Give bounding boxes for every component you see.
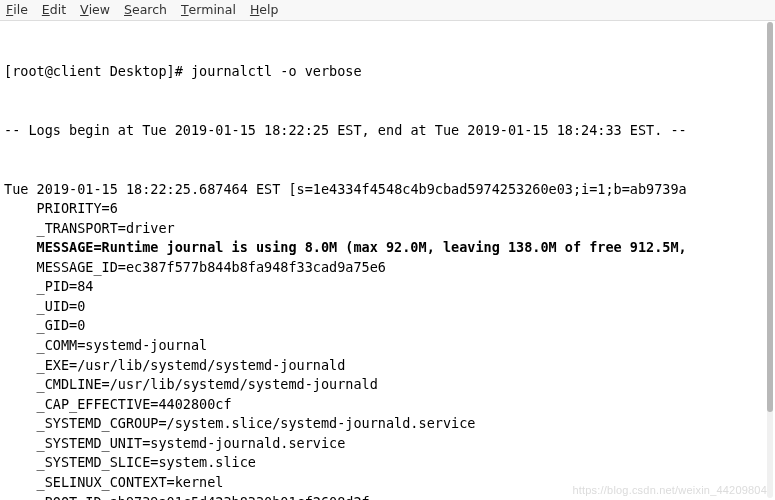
logs-header: -- Logs begin at Tue 2019-01-15 18:22:25… (4, 121, 771, 141)
log-field: _SYSTEMD_SLICE=system.slice (4, 453, 771, 473)
log-field: _COMM=systemd-journal (4, 336, 771, 356)
menu-file[interactable]: File (6, 2, 28, 17)
scrollbar-thumb[interactable] (767, 22, 773, 412)
watermark: https://blog.csdn.net/weixin_44209804 (572, 484, 767, 496)
log-entries: Tue 2019-01-15 18:22:25.687464 EST [s=1e… (4, 180, 771, 501)
log-field: _TRANSPORT=driver (4, 219, 771, 239)
menu-edit[interactable]: Edit (42, 2, 66, 17)
menu-terminal[interactable]: Terminal (181, 2, 236, 17)
command-text: journalctl -o verbose (191, 63, 362, 79)
log-field: _CAP_EFFECTIVE=4402800cf (4, 395, 771, 415)
menu-view[interactable]: View (80, 2, 110, 17)
log-timestamp: Tue 2019-01-15 18:22:25.687464 EST [s=1e… (4, 180, 771, 200)
menu-help[interactable]: Help (250, 2, 279, 17)
log-field: _SYSTEMD_UNIT=systemd-journald.service (4, 434, 771, 454)
shell-prompt: [root@client Desktop]# (4, 63, 191, 79)
log-field: MESSAGE_ID=ec387f577b844b8fa948f33cad9a7… (4, 258, 771, 278)
log-field: MESSAGE=Runtime journal is using 8.0M (m… (4, 238, 771, 258)
menu-bar: File Edit View Search Terminal Help (0, 0, 775, 21)
menu-search[interactable]: Search (124, 2, 167, 17)
log-field: _UID=0 (4, 297, 771, 317)
log-field: _GID=0 (4, 316, 771, 336)
prompt-line: [root@client Desktop]# journalctl -o ver… (4, 62, 771, 82)
log-field: PRIORITY=6 (4, 199, 771, 219)
log-field: _CMDLINE=/usr/lib/systemd/systemd-journa… (4, 375, 771, 395)
scrollbar[interactable] (767, 22, 773, 498)
log-field: _PID=84 (4, 277, 771, 297)
terminal-output[interactable]: [root@client Desktop]# journalctl -o ver… (0, 21, 775, 500)
log-field: _EXE=/usr/lib/systemd/systemd-journald (4, 356, 771, 376)
log-field: _SYSTEMD_CGROUP=/system.slice/systemd-jo… (4, 414, 771, 434)
